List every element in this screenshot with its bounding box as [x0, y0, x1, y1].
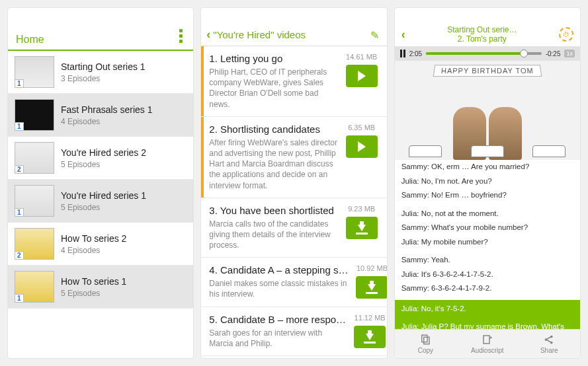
- video-item[interactable]: 2. Shortlisting candidatesAfter firing W…: [201, 117, 386, 198]
- download-button[interactable]: [356, 276, 386, 299]
- series-title: Starting Out series 1: [61, 61, 146, 72]
- player-header: ‹ Starting Out serie… 2. Tom's party ⏱: [395, 8, 580, 46]
- transcript-line[interactable]: Julia: My mobile number?: [395, 235, 580, 250]
- video-description: Sarah goes for an interview with Marcia …: [209, 328, 346, 349]
- series-badge: 1: [15, 208, 24, 217]
- transcript-line-current[interactable]: Julia: No, it's 7-5-2.: [395, 300, 580, 318]
- svg-rect-0: [422, 335, 427, 342]
- video-size: 14.61 MB: [346, 53, 377, 61]
- series-subtitle: 5 Episodes: [61, 203, 146, 212]
- video-list[interactable]: 1. Letting you goPhilip Hart, CEO of IT …: [201, 46, 386, 358]
- series-item[interactable]: 2How To series 24 Episodes: [8, 223, 193, 266]
- series-text: How To series 15 Episodes: [61, 276, 126, 298]
- series-thumbnail: 1: [15, 185, 54, 217]
- series-text: You're Hired series 25 Episodes: [61, 147, 146, 169]
- video-size: 6.35 MB: [348, 124, 375, 131]
- series-subtitle: 3 Episodes: [61, 74, 146, 83]
- video-item[interactable]: 5. Candidate B – more respo…Sarah goes f…: [201, 307, 386, 356]
- video-title: 2. Shortlisting candidates: [209, 124, 337, 135]
- series-subtitle: 4 Episodes: [61, 117, 153, 126]
- transcript-line[interactable]: Sammy: What's your mobile number?: [395, 221, 580, 235]
- video-size: 10.92 MB: [357, 264, 387, 272]
- video-body: 2. Shortlisting candidatesAfter firing W…: [205, 124, 337, 191]
- transcript-line[interactable]: Sammy: Yeah.: [395, 253, 580, 268]
- download-icon: [366, 281, 378, 294]
- speed-button[interactable]: 1x: [564, 50, 575, 57]
- play-button[interactable]: [346, 135, 378, 158]
- chevron-left-icon: ‹: [206, 28, 210, 42]
- audio-controls: 2:05 -0:25 1x: [395, 46, 580, 61]
- video-title: 3. You have been shortlisted: [209, 205, 337, 216]
- video-body: 1. Letting you goPhilip Hart, CEO of IT …: [205, 53, 337, 110]
- series-title: How To series 1: [61, 276, 126, 287]
- series-subtitle: 5 Episodes: [61, 289, 126, 298]
- timer-icon[interactable]: ⏱: [559, 27, 573, 42]
- svg-rect-1: [424, 337, 429, 344]
- series-title: Fast Phrasals series 1: [61, 104, 153, 115]
- video-body: 5. Candidate B – more respo…Sarah goes f…: [205, 314, 346, 349]
- video-item[interactable]: 3. You have been shortlistedMarcia calls…: [201, 198, 386, 258]
- series-thumbnail: 1: [15, 56, 54, 88]
- menu-icon[interactable]: [177, 26, 185, 46]
- series-item[interactable]: 1How To series 15 Episodes: [8, 266, 193, 309]
- share-label: Share: [540, 347, 558, 354]
- back-button[interactable]: ‹: [401, 28, 405, 42]
- series-thumbnail: 2: [15, 142, 54, 174]
- play-icon: [358, 71, 366, 81]
- videos-title: "You're Hired" videos: [213, 29, 306, 40]
- download-button[interactable]: [354, 326, 386, 348]
- player-footer: Copy Audioscript Share: [395, 329, 580, 358]
- transcript-line[interactable]: Sammy: No! Erm … boyfriend?: [395, 188, 580, 203]
- download-icon: [356, 221, 368, 235]
- series-item[interactable]: 1Fast Phrasals series 14 Episodes: [8, 94, 193, 137]
- episode-illustration: HAPPY BIRTHDAY TOM: [395, 61, 580, 160]
- video-title: 4. Candidate A – a stepping s…: [209, 264, 348, 275]
- audioscript-button[interactable]: Audioscript: [456, 330, 518, 358]
- pause-button[interactable]: [400, 50, 405, 57]
- seek-slider[interactable]: [426, 52, 542, 55]
- player-series-title: Starting Out serie…: [411, 25, 554, 34]
- series-item[interactable]: 2You're Hired series 25 Episodes: [8, 137, 193, 180]
- series-thumbnail: 1: [15, 271, 54, 303]
- share-button[interactable]: Share: [519, 330, 580, 358]
- video-actions: 14.61 MB: [343, 53, 380, 110]
- series-title: How To series 2: [61, 233, 126, 244]
- video-actions: 10.92 MB: [353, 264, 386, 299]
- play-button[interactable]: [346, 65, 378, 87]
- series-badge: 1: [15, 79, 24, 88]
- video-description: After firing WebWare's sales director an…: [209, 137, 337, 191]
- back-button[interactable]: ‹ "You're Hired" videos: [206, 28, 306, 42]
- download-icon: [364, 330, 376, 344]
- series-item[interactable]: 1Starting Out series 13 Episodes: [8, 51, 193, 94]
- series-list[interactable]: 1Starting Out series 13 Episodes1Fast Ph…: [8, 51, 193, 358]
- audioscript-icon: [482, 334, 493, 346]
- transcript-line-current[interactable]: Julia: Julia P? But my surname is Brown.…: [395, 318, 580, 329]
- series-thumbnail: 2: [15, 228, 54, 260]
- play-icon: [358, 141, 366, 152]
- transcript-line[interactable]: Julia: It's 6-3-6-2-4-1-7-5-2.: [395, 268, 580, 282]
- home-title: Home: [16, 34, 44, 46]
- transcript-line[interactable]: Sammy: OK, erm … Are you married?: [395, 160, 580, 174]
- series-badge: 2: [15, 165, 24, 174]
- series-text: Starting Out series 13 Episodes: [61, 61, 146, 83]
- svg-rect-2: [483, 336, 489, 344]
- transcript-line[interactable]: Julia: No, I'm not. Are you?: [395, 174, 580, 189]
- copy-button[interactable]: Copy: [395, 330, 456, 358]
- transcript[interactable]: Sammy: OK, erm … Are you married?Julia: …: [395, 160, 580, 329]
- audioscript-label: Audioscript: [471, 347, 503, 354]
- series-badge: 1: [15, 122, 24, 131]
- video-size: 11.12 MB: [355, 314, 386, 322]
- video-item[interactable]: 4. Candidate A – a stepping s…Daniel mak…: [201, 258, 386, 307]
- transcript-line[interactable]: Sammy: 6-3-6-2-4-1-7-9-2.: [395, 281, 580, 296]
- video-title: 1. Letting you go: [209, 53, 337, 64]
- video-item[interactable]: 1. Letting you goPhilip Hart, CEO of IT …: [201, 46, 386, 117]
- transcript-line[interactable]: Julia: No, not at the moment.: [395, 207, 580, 221]
- edit-icon[interactable]: ✎: [370, 29, 379, 42]
- download-button[interactable]: [346, 217, 378, 239]
- series-subtitle: 4 Episodes: [61, 246, 126, 255]
- video-description: Philip Hart, CEO of IT peripherals compa…: [209, 67, 337, 110]
- series-item[interactable]: 1You're Hired series 15 Episodes: [8, 180, 193, 223]
- share-icon: [543, 334, 555, 346]
- player-titles: Starting Out serie… 2. Tom's party: [411, 25, 554, 44]
- elapsed-time: 2:05: [409, 50, 422, 57]
